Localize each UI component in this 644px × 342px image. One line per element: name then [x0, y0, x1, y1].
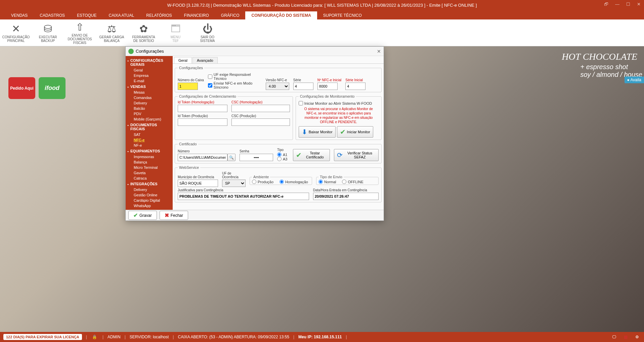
tree-vendas[interactable]: VENDAS [126, 84, 173, 90]
tree-mesas[interactable]: Mesas [126, 90, 173, 95]
maximize-icon[interactable]: ☐ [626, 2, 630, 7]
tree-delivery[interactable]: Delivery [126, 100, 173, 106]
municipio-input[interactable] [178, 180, 218, 187]
cert-numero-input[interactable] [178, 154, 227, 161]
tree-equipamentos[interactable]: EQUIPAMENTOS [126, 148, 173, 154]
tree-empresa[interactable]: Empresa [126, 73, 173, 78]
modal-title-text: Configurações [136, 49, 164, 54]
menu-grafico[interactable]: GRÁFICO [215, 11, 246, 19]
refresh-icon: ⟳ [337, 151, 343, 159]
fechar-button[interactable]: ✖Fechar [160, 211, 188, 220]
ifood-logo[interactable]: ifood [39, 77, 66, 99]
form-content: Geral Avançado Configurações Número do C… [173, 56, 384, 210]
ribbon-sair[interactable]: ⏻ SAIR DOSISTEMA [191, 19, 223, 46]
tipo-a1-radio[interactable] [277, 152, 282, 157]
monitor-icon[interactable]: 🖵 [610, 333, 618, 341]
ribbon-backup[interactable]: ⛁ EXECUTARBACKUP [32, 19, 64, 46]
lock-icon[interactable]: 🔒 [91, 333, 98, 341]
sincrono-checkbox[interactable] [208, 83, 212, 88]
tree-mobile[interactable]: Mobile (Garçom) [126, 116, 173, 122]
clover-icon: ✿ [139, 23, 148, 35]
numero-caixa-input[interactable] [178, 83, 198, 90]
menu-vendas[interactable]: VENDAS [5, 11, 34, 19]
tab-geral[interactable]: Geral [174, 57, 192, 63]
tree-pdv[interactable]: PDV [126, 111, 173, 116]
cert-browse-button[interactable]: 🔍 [227, 154, 235, 161]
tree-gestao[interactable]: Gestão Online [126, 192, 173, 198]
csc-prod-input[interactable] [231, 118, 290, 126]
nfce-inicial-input[interactable] [317, 83, 338, 90]
data-conting-input[interactable] [313, 193, 379, 200]
idtoken-homol-input[interactable] [178, 105, 227, 112]
serie-inicial-input[interactable] [345, 83, 366, 90]
tree-whatsapp[interactable]: WhatsApp [126, 203, 173, 208]
uf-select[interactable]: SP [222, 180, 246, 187]
ambiente-prod-radio[interactable] [252, 180, 256, 184]
serie-input[interactable] [293, 83, 313, 90]
baixar-monitor-button[interactable]: ⬇Baixar Monitor [299, 126, 336, 138]
pedido-aqui-logo[interactable]: Pedido Aqui [8, 77, 35, 99]
menu-configuracao[interactable]: CONFIGURAÇÃO DO SISTEMA [245, 11, 317, 19]
minimize-icon[interactable]: — [615, 2, 619, 7]
menu-caixa[interactable]: CAIXA ATUAL [103, 11, 140, 19]
menu-cadastros[interactable]: CADASTROS [34, 11, 71, 19]
monitor-checkbox[interactable] [299, 101, 303, 105]
tiles-icon[interactable]: ▦ [622, 333, 629, 341]
envio-offline-radio[interactable] [342, 180, 346, 184]
tree-nfce[interactable]: NFC-e [126, 137, 173, 143]
tree-nfe[interactable]: NF-e [126, 143, 173, 148]
integration-logos: Pedido Aqui ifood [8, 77, 66, 99]
tree-sat[interactable]: SAT [126, 132, 173, 137]
tree-gaveta[interactable]: Gaveta [126, 170, 173, 176]
menu-estoque[interactable]: ESTOQUE [71, 11, 102, 19]
cert-senha-input[interactable] [240, 154, 273, 161]
gravar-button[interactable]: ✔Gravar [128, 211, 157, 220]
verificar-sefaz-button[interactable]: ⟳Verificar Status SEFAZ [334, 149, 379, 161]
tree-micro[interactable]: Micro Terminal [126, 165, 173, 170]
versao-select[interactable]: 4.00 [266, 83, 289, 90]
tree-cardapio[interactable]: Cardápio Digital [126, 198, 173, 203]
tree-comandas[interactable]: Comandas [126, 95, 173, 100]
tree-config-gerais[interactable]: CONFIGURAÇÕES GERAIS [126, 57, 173, 67]
tree-catraca[interactable]: Catraca [126, 176, 173, 181]
justificativa-input[interactable] [178, 193, 309, 200]
tree-impressoras[interactable]: Impressoras [126, 154, 173, 159]
tree-docs-fiscais[interactable]: DOCUMENTOS FISCAIS [126, 122, 173, 132]
status-servidor: SERVIDOR: localhost [130, 335, 169, 339]
csc-homol-input[interactable] [231, 105, 290, 112]
fs-webservice: WebService Município de Ocorrência UF de… [175, 165, 382, 202]
title-bar: W-FOOD [3.128.72.0] | Demonstração WLL S… [0, 0, 644, 10]
download-icon: ⬇ [302, 128, 307, 136]
menu-relatorios[interactable]: RELATÓRIOS [140, 11, 178, 19]
close-icon[interactable]: ✕ [637, 2, 641, 7]
close-red-icon: ✖ [165, 212, 169, 218]
tab-avancado[interactable]: Avançado [192, 57, 218, 63]
gear-icon[interactable]: ⚙ [633, 333, 641, 341]
tree-email[interactable]: E-mail [126, 78, 173, 84]
tree-int-delivery[interactable]: Delivery [126, 187, 173, 192]
tipo-a3-radio[interactable] [277, 157, 282, 161]
tree-integracoes[interactable]: INTEGRAÇÕES [126, 181, 173, 187]
menu-suporte[interactable]: SUPORTE TÉCNICO [317, 11, 368, 19]
modal-close-icon[interactable]: ✕ [377, 49, 381, 54]
tree-balanca[interactable]: Balança [126, 159, 173, 165]
menu-financeiro[interactable]: FINANCEIRO [178, 11, 215, 19]
check-icon: ✔ [340, 128, 346, 136]
restore-icon[interactable]: 🗗 [604, 2, 608, 7]
config-modal: Configurações ✕ CONFIGURAÇÕES GERAIS Ger… [125, 46, 384, 221]
uf-resp-checkbox[interactable] [208, 75, 212, 79]
ribbon-sorteio[interactable]: ✿ FERRAMENTADE SORTEIO [128, 19, 160, 46]
iniciar-monitor-button[interactable]: ✔Iniciar Monitor [337, 126, 373, 138]
ribbon-config-principal[interactable]: ✕ CONFIGURAÇÃOPRINCIPAL [0, 19, 32, 46]
search-icon: 🔍 [229, 155, 234, 160]
ribbon-envio-docs[interactable]: ⇧ ENVIO DEDOCUMENTOS FISCAIS [64, 19, 96, 46]
status-admin: ADMIN [108, 335, 121, 339]
ribbon-balanca[interactable]: ⚖ GERAR CARGABALANÇA [96, 19, 128, 46]
check-icon: ✔ [296, 151, 302, 159]
ambiente-homol-radio[interactable] [280, 180, 284, 184]
envio-normal-radio[interactable] [318, 180, 323, 184]
tree-balcao[interactable]: Balcão [126, 106, 173, 111]
tree-geral[interactable]: Geral [126, 67, 173, 73]
idtoken-prod-input[interactable] [178, 118, 227, 126]
testar-cert-button[interactable]: ✔Testar Certificado [293, 149, 330, 161]
